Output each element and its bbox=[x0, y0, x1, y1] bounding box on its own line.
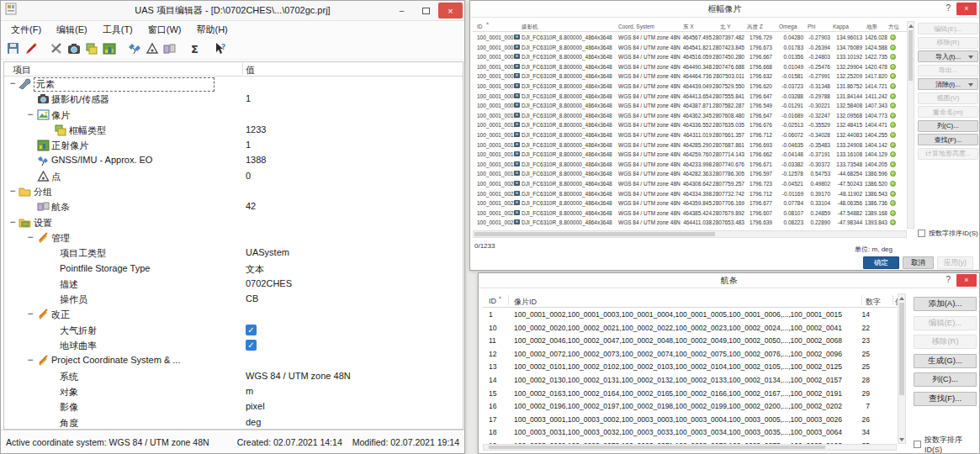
expand-collapse-icon[interactable]: − bbox=[26, 308, 34, 319]
strips-icon[interactable] bbox=[161, 41, 178, 56]
frame-photos-titlebar[interactable]: 框幅像片 ? × bbox=[470, 1, 979, 18]
tree-item[interactable]: 描述0702CHES bbox=[4, 277, 463, 292]
photo-row[interactable]: 100_0001_0021DJI_FC6310R_8.800000_4864x3… bbox=[473, 189, 907, 199]
tree-item[interactable]: 操作员CB bbox=[4, 292, 463, 307]
tree-item[interactable]: −管理 bbox=[4, 230, 463, 245]
photo-row[interactable]: 100_0001_0014DJI_FC6310R_8.800000_4864x3… bbox=[473, 150, 907, 160]
photo-row[interactable]: 100_0001_0010DJI_FC6310R_8.800000_4864x3… bbox=[473, 111, 907, 121]
horizontal-scrollbar[interactable] bbox=[473, 230, 907, 238]
tree-item[interactable]: −分组 bbox=[4, 184, 463, 199]
cancel-button[interactable]: 取消 bbox=[903, 256, 934, 269]
tree-item[interactable]: −像片 bbox=[4, 108, 463, 123]
column-header[interactable]: Phi bbox=[808, 24, 815, 29]
menu-item[interactable]: 编辑(E) bbox=[49, 22, 95, 38]
photo-row[interactable]: 100_0001_0004DJI_FC6310R_8.800000_4864x3… bbox=[473, 52, 907, 62]
photo-row[interactable]: 100_0001_0022DJI_FC6310R_8.800000_4864x3… bbox=[473, 198, 907, 209]
panel-button[interactable]: 导入(t)... bbox=[918, 50, 978, 62]
photo-row[interactable]: 100_0001_0013DJI_FC6310R_8.800000_4864x3… bbox=[473, 140, 907, 150]
column-header[interactable]: 东 X bbox=[683, 24, 694, 31]
expand-collapse-icon[interactable]: − bbox=[26, 231, 34, 243]
photo-row[interactable]: 100_0001_0015DJI_FC6310R_8.800000_4864x3… bbox=[473, 160, 907, 170]
strip-row[interactable]: 18100_0003_0031,100_0003_0032,100_0003_0… bbox=[483, 425, 897, 439]
panel-button[interactable]: 查找(F)... bbox=[918, 134, 978, 145]
strip-row[interactable]: 16100_0002_0196,100_0002_0197,100_0002_0… bbox=[483, 399, 897, 413]
strip-row[interactable]: 13100_0002_0101,100_0002_0102,100_0002_0… bbox=[483, 360, 897, 373]
column-header[interactable]: 像片ID bbox=[514, 297, 537, 308]
expand-collapse-icon[interactable]: − bbox=[26, 354, 34, 366]
photo-row[interactable]: 100_0001_0007DJI_FC6310R_8.800000_4864x3… bbox=[473, 82, 907, 92]
column-header[interactable]: ID bbox=[477, 24, 483, 29]
photo-row[interactable]: 100_0001_0024DJI_FC6310R_8.800000_4864x3… bbox=[473, 218, 907, 228]
tools-icon[interactable] bbox=[47, 41, 65, 56]
close-icon[interactable]: × bbox=[956, 3, 977, 15]
satellite-icon[interactable] bbox=[125, 41, 143, 56]
checked-checkbox[interactable]: ✓ bbox=[246, 325, 257, 335]
menu-item[interactable]: 工具(T) bbox=[95, 22, 140, 38]
close-icon[interactable]: × bbox=[956, 274, 977, 287]
photo-row[interactable]: 100_0001_0020DJI_FC6310R_8.800000_4864x3… bbox=[473, 179, 907, 189]
column-header[interactable]: 数字 bbox=[866, 297, 881, 308]
strip-row[interactable]: 12100_0002_0072,100_0002_0073,100_0002_0… bbox=[483, 347, 897, 361]
checked-checkbox[interactable]: ✓ bbox=[246, 340, 257, 351]
tree-item[interactable]: 角度deg bbox=[4, 415, 463, 430]
photo-row[interactable]: 100_0001_0011DJI_FC6310R_8.800000_4864x3… bbox=[473, 120, 907, 130]
maximize-button[interactable] bbox=[414, 3, 438, 18]
tree-item[interactable]: GNSS/IMU - Approx. EO1388 bbox=[4, 153, 463, 168]
column-header[interactable]: 高度 Z bbox=[747, 24, 763, 31]
photo-row[interactable]: 100_0001_0023DJI_FC6310R_8.800000_4864x3… bbox=[473, 209, 907, 219]
strip-row[interactable]: 10100_0002_0020,100_0002_0021,100_0002_0… bbox=[483, 321, 897, 335]
tree-item[interactable]: 项目工类型UASystem bbox=[4, 245, 463, 261]
tree-item[interactable]: 点0 bbox=[4, 169, 463, 184]
panel-button[interactable]: 添加(A)... bbox=[914, 297, 977, 311]
tree-item[interactable]: −改正 bbox=[4, 307, 463, 322]
vertical-scrollbar[interactable] bbox=[907, 21, 914, 229]
column-header[interactable]: Omega bbox=[779, 24, 797, 29]
help-icon[interactable]: ? bbox=[211, 41, 229, 56]
sigma-icon[interactable]: Σ bbox=[186, 41, 204, 56]
column-header[interactable]: 北 Y bbox=[720, 24, 731, 31]
ok-button[interactable]: 确定 bbox=[863, 256, 899, 269]
tree-item[interactable]: 对象m bbox=[4, 384, 463, 399]
menu-item[interactable]: 文件(F) bbox=[3, 22, 49, 38]
panel-button[interactable]: 列(C)... bbox=[918, 120, 978, 132]
photo-row[interactable]: 100_0001_0003DJI_FC6310R_8.800000_4864x3… bbox=[473, 43, 907, 53]
tree-item[interactable]: −元素 bbox=[4, 77, 463, 92]
panel-button[interactable]: 列(C)... bbox=[914, 372, 977, 387]
expand-collapse-icon[interactable]: − bbox=[26, 108, 34, 120]
tree-item[interactable]: 摄影机/传感器1 bbox=[4, 92, 463, 107]
orthophoto-icon[interactable] bbox=[100, 41, 118, 56]
strip-row[interactable]: 1100_0001_0002,100_0001_0003,100_0001_00… bbox=[483, 308, 897, 321]
close-button[interactable]: × bbox=[438, 3, 463, 18]
wand-icon[interactable] bbox=[22, 41, 40, 56]
titlebar[interactable]: UAS 项目编辑器 - [D:\0702CHES\...\0702gc.prj]… bbox=[1, 1, 464, 21]
tree-item[interactable]: 正射像片1 bbox=[4, 138, 463, 153]
photo-row[interactable]: 100_0001_0002DJI_FC6310R_8.800000_4864x3… bbox=[473, 33, 907, 43]
help-button[interactable]: ? bbox=[946, 275, 951, 284]
save-icon[interactable] bbox=[4, 41, 22, 56]
panel-button[interactable]: 生成(G)... bbox=[914, 354, 977, 368]
photo-row[interactable]: 100_0001_0005DJI_FC6310R_8.800000_4864x3… bbox=[473, 62, 907, 72]
photo-row[interactable]: 100_0001_0008DJI_FC6310R_8.800000_4864x3… bbox=[473, 92, 907, 102]
photo-row[interactable]: 100_0001_0006DJI_FC6310R_8.800000_4864x3… bbox=[473, 71, 907, 82]
tree-item[interactable]: 地球曲率✓ bbox=[4, 338, 463, 353]
panel-button[interactable]: 查找(F)... bbox=[914, 392, 977, 406]
column-header[interactable]: ID bbox=[489, 297, 496, 305]
vertical-scrollbar[interactable] bbox=[898, 293, 906, 444]
tree-item[interactable]: Pointfile Storage Type文本 bbox=[4, 261, 463, 277]
numeric-sort-checkbox[interactable]: 按数字排序ID(S) bbox=[918, 229, 978, 238]
tree-item[interactable]: 框幅类型1233 bbox=[4, 123, 463, 138]
tree-item[interactable]: −Project Coordinate System & ... bbox=[4, 353, 463, 368]
column-header[interactable]: Coord. System bbox=[618, 24, 654, 29]
menu-item[interactable]: 帮助(H) bbox=[188, 22, 235, 38]
expand-collapse-icon[interactable]: − bbox=[8, 185, 17, 197]
tree-item[interactable]: −设置 bbox=[4, 215, 463, 230]
photo-row[interactable]: 100_0001_0009DJI_FC6310R_8.800000_4864x3… bbox=[473, 101, 907, 111]
strip-row[interactable]: 11100_0002_0046,100_0002_0047,100_0002_0… bbox=[483, 334, 897, 347]
help-button[interactable]: ? bbox=[946, 3, 951, 13]
tree-item[interactable]: 航条42 bbox=[4, 199, 463, 214]
photos-icon[interactable] bbox=[82, 41, 100, 56]
strip-row[interactable]: 14100_0002_0130,100_0002_0131,100_0002_0… bbox=[483, 373, 897, 387]
strips-titlebar[interactable]: 航条 ? × bbox=[479, 273, 979, 288]
tree-item[interactable]: 影像pixel bbox=[4, 399, 463, 414]
panel-button[interactable]: 清除(l)... bbox=[918, 78, 978, 90]
